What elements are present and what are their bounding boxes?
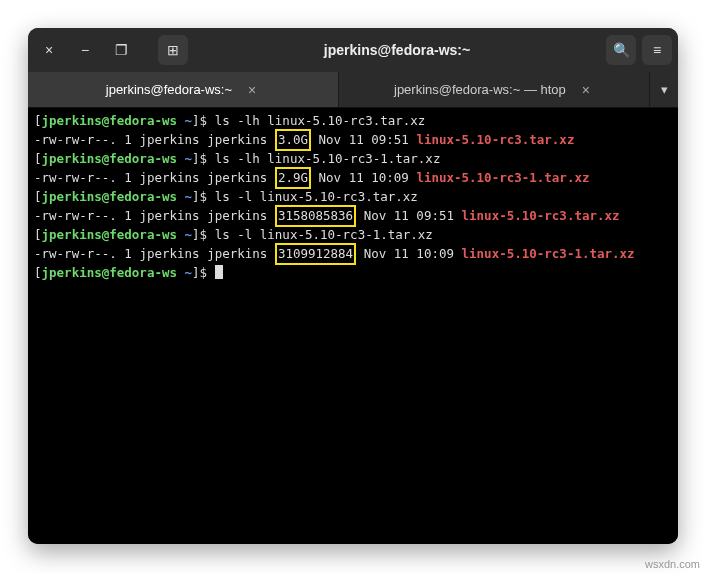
prompt-user-host: jperkins@fedora-ws: [42, 151, 177, 166]
prompt-user-host: jperkins@fedora-ws: [42, 265, 177, 280]
prompt: [jperkins@fedora-ws ~]$: [34, 151, 215, 166]
prompt-user-host: jperkins@fedora-ws: [42, 189, 177, 204]
close-icon: ×: [45, 42, 53, 58]
date: Nov 11 09:51: [319, 132, 409, 147]
owner: jperkins: [139, 208, 199, 223]
links: 1: [124, 170, 132, 185]
cursor: [215, 265, 223, 279]
file-size-highlighted: 3158085836: [275, 205, 356, 227]
new-tab-icon: ⊞: [167, 42, 179, 58]
perm: -rw-rw-r--.: [34, 246, 117, 261]
command-line: [jperkins@fedora-ws ~]$ ls -l linux-5.10…: [34, 226, 672, 244]
perm: -rw-rw-r--.: [34, 170, 117, 185]
title-bar: × − ❐ ⊞ jperkins@fedora-ws:~ 🔍 ≡: [28, 28, 678, 72]
tab-close-button[interactable]: ×: [578, 82, 594, 98]
file-size-highlighted: 3109912884: [275, 243, 356, 265]
prompt: [jperkins@fedora-ws ~]$: [34, 227, 215, 242]
command-line: [jperkins@fedora-ws ~]$ ls -lh linux-5.1…: [34, 112, 672, 130]
owner: jperkins: [139, 246, 199, 261]
window-title: jperkins@fedora-ws:~: [194, 42, 600, 58]
command-text: ls -l linux-5.10-rc3-1.tar.xz: [215, 227, 433, 242]
search-button[interactable]: 🔍: [606, 35, 636, 65]
watermark: wsxdn.com: [645, 558, 700, 570]
owner: jperkins: [139, 170, 199, 185]
prompt-cwd: ~: [185, 189, 193, 204]
date: Nov 11 10:09: [319, 170, 409, 185]
output-line: -rw-rw-r--. 1 jperkins jperkins 31099128…: [34, 244, 672, 264]
minimize-icon: −: [81, 42, 89, 58]
maximize-button[interactable]: ❐: [106, 35, 136, 65]
maximize-icon: ❐: [115, 42, 128, 58]
perm: -rw-rw-r--.: [34, 208, 117, 223]
date: Nov 11 10:09: [364, 246, 454, 261]
date: Nov 11 09:51: [364, 208, 454, 223]
command-text: ls -lh linux-5.10-rc3.tar.xz: [215, 113, 426, 128]
file-name: linux-5.10-rc3.tar.xz: [462, 208, 620, 223]
owner: jperkins: [139, 132, 199, 147]
file-name: linux-5.10-rc3-1.tar.xz: [462, 246, 635, 261]
prompt-user-host: jperkins@fedora-ws: [42, 113, 177, 128]
group: jperkins: [207, 132, 267, 147]
group: jperkins: [207, 246, 267, 261]
output-line: -rw-rw-r--. 1 jperkins jperkins 3.0G Nov…: [34, 130, 672, 150]
new-tab-button[interactable]: ⊞: [158, 35, 188, 65]
tab-dropdown-button[interactable]: ▾: [650, 72, 678, 107]
terminal-window: × − ❐ ⊞ jperkins@fedora-ws:~ 🔍 ≡ jperkin…: [28, 28, 678, 544]
prompt: [jperkins@fedora-ws ~]$: [34, 265, 215, 280]
output-line: -rw-rw-r--. 1 jperkins jperkins 2.9G Nov…: [34, 168, 672, 188]
hamburger-icon: ≡: [653, 42, 661, 58]
minimize-button[interactable]: −: [70, 35, 100, 65]
menu-button[interactable]: ≡: [642, 35, 672, 65]
tab-bar: jperkins@fedora-ws:~ × jperkins@fedora-w…: [28, 72, 678, 108]
prompt: [jperkins@fedora-ws ~]$: [34, 189, 215, 204]
output-line: -rw-rw-r--. 1 jperkins jperkins 31580858…: [34, 206, 672, 226]
links: 1: [124, 208, 132, 223]
close-button[interactable]: ×: [34, 35, 64, 65]
links: 1: [124, 246, 132, 261]
terminal-body[interactable]: [jperkins@fedora-ws ~]$ ls -lh linux-5.1…: [28, 108, 678, 544]
tab-label: jperkins@fedora-ws:~: [106, 82, 232, 97]
group: jperkins: [207, 170, 267, 185]
tab-label: jperkins@fedora-ws:~ — htop: [394, 82, 566, 97]
file-size-highlighted: 3.0G: [275, 129, 311, 151]
perm: -rw-rw-r--.: [34, 132, 117, 147]
prompt-user-host: jperkins@fedora-ws: [42, 227, 177, 242]
prompt-cwd: ~: [185, 265, 193, 280]
command-text: ls -lh linux-5.10-rc3-1.tar.xz: [215, 151, 441, 166]
file-name: linux-5.10-rc3.tar.xz: [416, 132, 574, 147]
file-size-highlighted: 2.9G: [275, 167, 311, 189]
tab-2[interactable]: jperkins@fedora-ws:~ — htop ×: [339, 72, 650, 107]
command-text: ls -l linux-5.10-rc3.tar.xz: [215, 189, 418, 204]
group: jperkins: [207, 208, 267, 223]
prompt-cwd: ~: [185, 151, 193, 166]
search-icon: 🔍: [613, 42, 630, 58]
tab-1[interactable]: jperkins@fedora-ws:~ ×: [28, 72, 339, 107]
command-line: [jperkins@fedora-ws ~]$: [34, 264, 672, 282]
tab-close-button[interactable]: ×: [244, 82, 260, 98]
file-name: linux-5.10-rc3-1.tar.xz: [416, 170, 589, 185]
command-line: [jperkins@fedora-ws ~]$ ls -lh linux-5.1…: [34, 150, 672, 168]
prompt-cwd: ~: [185, 227, 193, 242]
chevron-down-icon: ▾: [661, 82, 668, 97]
links: 1: [124, 132, 132, 147]
prompt-cwd: ~: [185, 113, 193, 128]
command-line: [jperkins@fedora-ws ~]$ ls -l linux-5.10…: [34, 188, 672, 206]
prompt: [jperkins@fedora-ws ~]$: [34, 113, 215, 128]
